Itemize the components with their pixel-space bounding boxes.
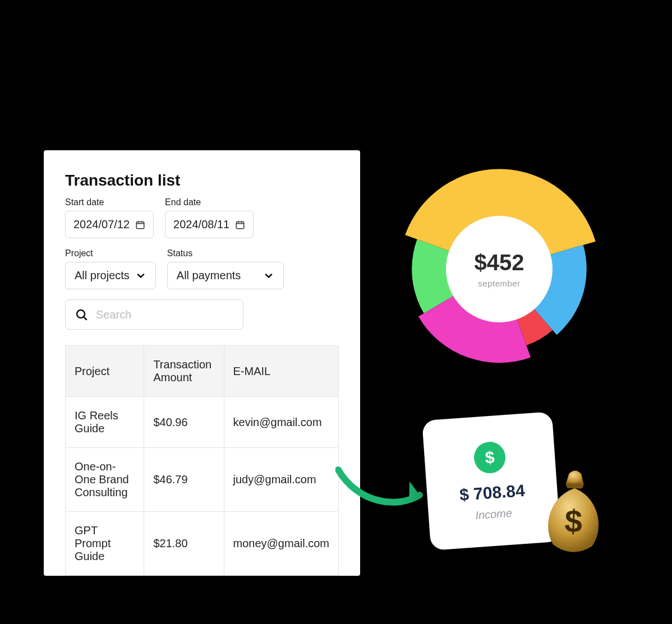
search-box[interactable]: [65, 299, 243, 330]
table-row: GPT Prompt Guide $21.80 money@gmail.com: [66, 512, 339, 576]
cell-email: judy@gmail.com: [224, 448, 338, 512]
svg-line-3: [84, 317, 86, 320]
dollar-icon: $: [473, 441, 507, 474]
cell-amount: $40.96: [144, 397, 224, 448]
calendar-icon: [135, 220, 145, 230]
col-amount: Transaction Amount: [144, 346, 224, 397]
col-email: E-MAIL: [224, 346, 338, 397]
donut-amount: $452: [475, 250, 524, 275]
cell-amount: $46.79: [144, 448, 224, 512]
cell-amount: $21.80: [144, 512, 224, 576]
status-value: All payments: [177, 269, 241, 282]
start-date-label: Start date: [65, 197, 154, 207]
spending-donut-chart: $452 september: [393, 163, 606, 376]
chevron-down-icon: [135, 270, 146, 281]
transaction-card: Transaction list Start date 2024/07/12 E…: [44, 150, 360, 576]
donut-period: september: [475, 279, 524, 288]
table-row: IG Reels Guide $40.96 kevin@gmail.com: [66, 397, 339, 448]
cell-email: kevin@gmail.com: [224, 397, 338, 448]
calendar-icon: [235, 220, 245, 230]
status-field: Status All payments: [167, 248, 284, 289]
end-date-input[interactable]: 2024/08/11: [165, 211, 254, 238]
cell-project: GPT Prompt Guide: [66, 512, 144, 576]
end-date-value: 2024/08/11: [173, 218, 229, 231]
cell-project: IG Reels Guide: [66, 397, 144, 448]
status-select[interactable]: All payments: [167, 262, 284, 289]
start-date-input[interactable]: 2024/07/12: [65, 211, 154, 238]
svg-text:$: $: [564, 503, 583, 539]
start-date-field: Start date 2024/07/12: [65, 197, 154, 238]
svg-rect-0: [136, 221, 144, 228]
donut-center: $452 september: [475, 250, 524, 288]
cell-project: One-on-One Brand Consulting: [66, 448, 144, 512]
project-label: Project: [65, 248, 156, 258]
cell-email: money@gmail.com: [224, 512, 338, 576]
table-header-row: Project Transaction Amount E-MAIL: [66, 346, 339, 397]
svg-rect-1: [236, 221, 244, 228]
end-date-label: End date: [165, 197, 254, 207]
start-date-value: 2024/07/12: [73, 218, 130, 231]
money-bag-icon: $: [536, 465, 612, 559]
search-icon: [75, 308, 88, 321]
income-amount: $ 708.84: [459, 480, 526, 504]
project-select[interactable]: All projects: [65, 262, 156, 289]
status-label: Status: [167, 248, 284, 258]
arrow-icon: [335, 464, 436, 520]
income-label: Income: [475, 506, 513, 522]
page-title: Transaction list: [65, 172, 339, 189]
end-date-field: End date 2024/08/11: [165, 197, 254, 238]
chevron-down-icon: [263, 270, 274, 281]
col-project: Project: [66, 346, 144, 397]
table-row: One-on-One Brand Consulting $46.79 judy@…: [66, 448, 339, 512]
search-input[interactable]: [96, 308, 234, 321]
svg-rect-6: [566, 483, 583, 489]
project-field: Project All projects: [65, 248, 156, 289]
transaction-table: Project Transaction Amount E-MAIL IG Ree…: [65, 345, 339, 576]
project-value: All projects: [75, 269, 130, 282]
